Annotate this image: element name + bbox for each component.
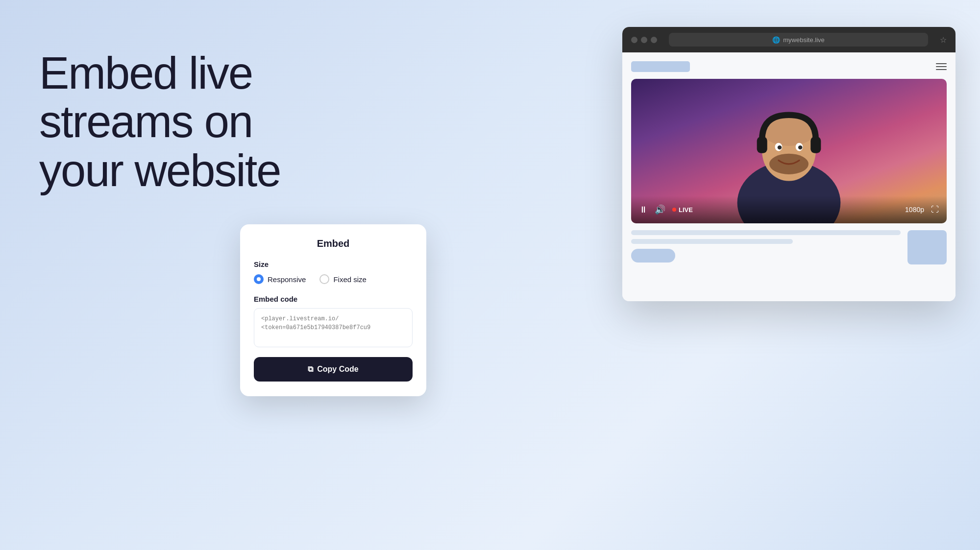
- sidebar-widget: [907, 230, 947, 264]
- live-dot: [672, 208, 676, 212]
- website-navbar: [631, 61, 947, 72]
- action-buttons-row: [631, 249, 901, 263]
- svg-point-7: [778, 145, 782, 149]
- size-radio-group: Responsive Fixed size: [254, 274, 413, 284]
- live-label: LIVE: [679, 206, 693, 214]
- browser-content: ⏸ 🔊 LIVE 1080p ⛶: [622, 52, 956, 301]
- svg-point-8: [798, 145, 802, 149]
- size-section-label: Size: [254, 260, 413, 268]
- quality-selector[interactable]: 1080p: [905, 206, 924, 214]
- responsive-label: Responsive: [268, 275, 306, 284]
- bookmark-icon: ☆: [940, 35, 947, 45]
- hamburger-menu-icon: [936, 63, 947, 70]
- website-logo: [631, 61, 690, 72]
- globe-icon: 🌐: [772, 36, 780, 44]
- hero-section: Embed live streams on your website: [39, 49, 323, 195]
- svg-rect-9: [757, 137, 767, 153]
- browser-traffic-lights: [631, 37, 657, 43]
- dot-yellow: [641, 37, 647, 43]
- pause-button[interactable]: ⏸: [639, 205, 648, 215]
- fixed-size-radio[interactable]: [319, 274, 329, 284]
- video-player: ⏸ 🔊 LIVE 1080p ⛶: [631, 79, 947, 223]
- hamburger-line-3: [936, 69, 947, 70]
- website-content-area: [631, 230, 947, 264]
- browser-url: mywebsite.live: [783, 36, 825, 44]
- content-text-area: [631, 230, 901, 264]
- browser-chrome: 🌐 mywebsite.live ☆: [622, 27, 956, 52]
- dot-green: [651, 37, 657, 43]
- dot-red: [631, 37, 637, 43]
- dialog-title: Embed: [254, 238, 413, 249]
- copy-code-button[interactable]: ⧉ Copy Code: [254, 357, 413, 382]
- embed-dialog: Embed Size Responsive Fixed size Embed c…: [240, 224, 426, 396]
- browser-mockup: 🌐 mywebsite.live ☆: [622, 27, 956, 301]
- copy-icon: ⧉: [308, 365, 313, 374]
- svg-rect-10: [810, 137, 821, 153]
- copy-button-label: Copy Code: [317, 365, 358, 374]
- fixed-size-label: Fixed size: [333, 275, 367, 284]
- live-indicator: LIVE: [672, 206, 693, 214]
- embed-code-textarea[interactable]: [254, 308, 413, 347]
- content-line-1: [631, 230, 901, 235]
- browser-address-bar: 🌐 mywebsite.live: [669, 33, 928, 47]
- embed-code-section-label: Embed code: [254, 295, 413, 303]
- action-button-1[interactable]: [631, 249, 675, 263]
- volume-button[interactable]: 🔊: [655, 204, 665, 215]
- fullscreen-button[interactable]: ⛶: [931, 205, 939, 214]
- video-controls-bar: ⏸ 🔊 LIVE 1080p ⛶: [631, 196, 947, 223]
- responsive-option[interactable]: Responsive: [254, 274, 306, 284]
- responsive-radio[interactable]: [254, 274, 264, 284]
- hamburger-line-2: [936, 66, 947, 67]
- fixed-size-option[interactable]: Fixed size: [319, 274, 367, 284]
- hamburger-line-1: [936, 63, 947, 64]
- hero-title: Embed live streams on your website: [39, 49, 323, 195]
- content-line-2: [631, 239, 793, 244]
